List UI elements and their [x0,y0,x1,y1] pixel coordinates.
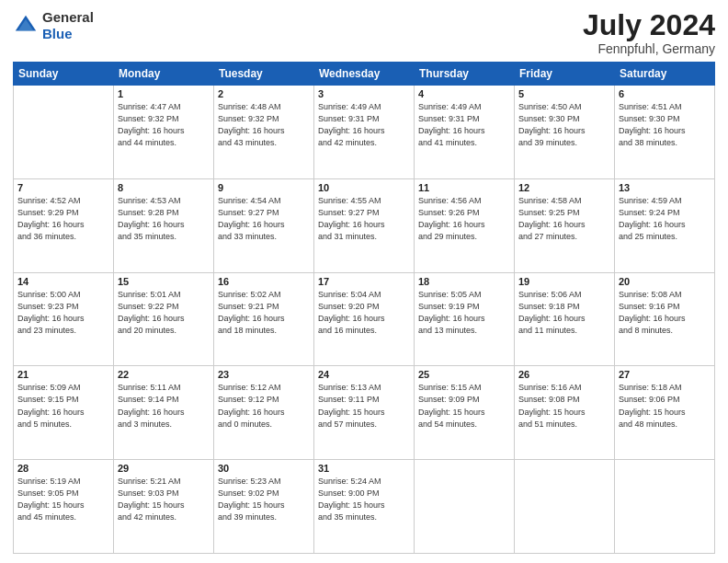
day-number: 24 [318,369,410,380]
day-number: 11 [418,182,510,193]
calendar-cell: 23Sunrise: 5:12 AMSunset: 9:12 PMDayligh… [214,366,314,460]
calendar-header-row: SundayMondayTuesdayWednesdayThursdayFrid… [14,63,715,86]
day-number: 31 [318,463,410,474]
day-number: 27 [619,369,711,380]
day-info: Sunrise: 5:00 AMSunset: 9:23 PMDaylight:… [17,289,109,337]
calendar-cell: 19Sunrise: 5:06 AMSunset: 9:18 PMDayligh… [515,272,615,366]
day-number: 29 [118,463,210,474]
calendar-cell: 3Sunrise: 4:49 AMSunset: 9:31 PMDaylight… [314,86,415,179]
day-of-week-header: Thursday [415,63,515,86]
calendar-table: SundayMondayTuesdayWednesdayThursdayFrid… [13,62,715,554]
day-info: Sunrise: 5:19 AMSunset: 9:05 PMDaylight:… [17,476,109,523]
calendar-cell: 10Sunrise: 4:55 AMSunset: 9:27 PMDayligh… [314,178,415,272]
calendar-cell: 18Sunrise: 5:05 AMSunset: 9:19 PMDayligh… [415,272,515,366]
day-info: Sunrise: 5:12 AMSunset: 9:12 PMDaylight:… [218,382,310,430]
calendar-cell: 8Sunrise: 4:53 AMSunset: 9:28 PMDaylight… [114,178,214,272]
calendar-cell [615,460,715,554]
logo: General Blue [13,9,94,42]
day-info: Sunrise: 5:23 AMSunset: 9:02 PMDaylight:… [218,476,310,523]
day-info: Sunrise: 5:11 AMSunset: 9:14 PMDaylight:… [118,382,210,430]
day-number: 25 [418,369,510,380]
calendar-cell: 29Sunrise: 5:21 AMSunset: 9:03 PMDayligh… [114,460,214,554]
day-info: Sunrise: 4:47 AMSunset: 9:32 PMDaylight:… [118,101,210,149]
logo-text: General Blue [42,9,94,42]
week-row: 28Sunrise: 5:19 AMSunset: 9:05 PMDayligh… [14,460,715,554]
day-info: Sunrise: 5:16 AMSunset: 9:08 PMDaylight:… [518,382,610,430]
calendar-cell: 27Sunrise: 5:18 AMSunset: 9:06 PMDayligh… [615,366,715,460]
day-number: 16 [218,276,310,287]
day-number: 28 [17,463,109,474]
day-of-week-header: Tuesday [214,63,314,86]
calendar-cell: 13Sunrise: 4:59 AMSunset: 9:24 PMDayligh… [615,178,715,272]
day-of-week-header: Monday [114,63,214,86]
calendar-cell: 26Sunrise: 5:16 AMSunset: 9:08 PMDayligh… [515,366,615,460]
day-info: Sunrise: 4:58 AMSunset: 9:25 PMDaylight:… [518,195,610,243]
day-info: Sunrise: 4:49 AMSunset: 9:31 PMDaylight:… [418,101,510,149]
day-number: 19 [518,276,610,287]
day-of-week-header: Wednesday [314,63,415,86]
calendar-cell: 6Sunrise: 4:51 AMSunset: 9:30 PMDaylight… [615,86,715,179]
week-row: 7Sunrise: 4:52 AMSunset: 9:29 PMDaylight… [14,178,715,272]
calendar-cell [14,86,114,179]
day-info: Sunrise: 4:50 AMSunset: 9:30 PMDaylight:… [518,101,610,149]
day-number: 20 [619,276,711,287]
day-number: 4 [418,88,510,99]
day-info: Sunrise: 4:55 AMSunset: 9:27 PMDaylight:… [318,195,410,243]
day-number: 17 [318,276,410,287]
day-info: Sunrise: 5:06 AMSunset: 9:18 PMDaylight:… [518,289,610,337]
location: Fennpfuhl, Germany [583,41,715,56]
day-info: Sunrise: 5:01 AMSunset: 9:22 PMDaylight:… [118,289,210,337]
day-info: Sunrise: 5:21 AMSunset: 9:03 PMDaylight:… [118,476,210,523]
day-number: 13 [619,182,711,193]
day-info: Sunrise: 5:24 AMSunset: 9:00 PMDaylight:… [318,476,410,523]
day-number: 22 [118,369,210,380]
calendar-cell: 24Sunrise: 5:13 AMSunset: 9:11 PMDayligh… [314,366,415,460]
day-info: Sunrise: 5:05 AMSunset: 9:19 PMDaylight:… [418,289,510,337]
day-number: 23 [218,369,310,380]
day-number: 30 [218,463,310,474]
day-info: Sunrise: 4:59 AMSunset: 9:24 PMDaylight:… [619,195,711,243]
day-number: 8 [118,182,210,193]
day-number: 18 [418,276,510,287]
day-of-week-header: Saturday [615,63,715,86]
calendar-cell: 20Sunrise: 5:08 AMSunset: 9:16 PMDayligh… [615,272,715,366]
week-row: 21Sunrise: 5:09 AMSunset: 9:15 PMDayligh… [14,366,715,460]
day-info: Sunrise: 5:18 AMSunset: 9:06 PMDaylight:… [619,382,711,430]
day-of-week-header: Friday [515,63,615,86]
day-info: Sunrise: 5:02 AMSunset: 9:21 PMDaylight:… [218,289,310,337]
page: General Blue July 2024 Fennpfuhl, German… [0,0,728,563]
calendar-cell: 22Sunrise: 5:11 AMSunset: 9:14 PMDayligh… [114,366,214,460]
calendar-cell: 15Sunrise: 5:01 AMSunset: 9:22 PMDayligh… [114,272,214,366]
logo-blue: Blue [42,26,73,41]
calendar-cell [415,460,515,554]
day-number: 2 [218,88,310,99]
calendar-cell [515,460,615,554]
header: General Blue July 2024 Fennpfuhl, German… [13,9,715,56]
day-of-week-header: Sunday [14,63,114,86]
day-info: Sunrise: 4:52 AMSunset: 9:29 PMDaylight:… [17,195,109,243]
calendar-cell: 1Sunrise: 4:47 AMSunset: 9:32 PMDaylight… [114,86,214,179]
calendar-cell: 30Sunrise: 5:23 AMSunset: 9:02 PMDayligh… [214,460,314,554]
day-info: Sunrise: 5:08 AMSunset: 9:16 PMDaylight:… [619,289,711,337]
day-info: Sunrise: 4:48 AMSunset: 9:32 PMDaylight:… [218,101,310,149]
day-number: 6 [619,88,711,99]
day-number: 10 [318,182,410,193]
day-number: 21 [17,369,109,380]
calendar-cell: 9Sunrise: 4:54 AMSunset: 9:27 PMDaylight… [214,178,314,272]
day-info: Sunrise: 5:04 AMSunset: 9:20 PMDaylight:… [318,289,410,337]
day-number: 5 [518,88,610,99]
week-row: 1Sunrise: 4:47 AMSunset: 9:32 PMDaylight… [14,86,715,179]
day-number: 12 [518,182,610,193]
day-info: Sunrise: 4:51 AMSunset: 9:30 PMDaylight:… [619,101,711,149]
day-number: 9 [218,182,310,193]
month-year: July 2024 [583,9,715,41]
calendar-cell: 5Sunrise: 4:50 AMSunset: 9:30 PMDaylight… [515,86,615,179]
day-info: Sunrise: 4:49 AMSunset: 9:31 PMDaylight:… [318,101,410,149]
calendar-cell: 14Sunrise: 5:00 AMSunset: 9:23 PMDayligh… [14,272,114,366]
calendar-cell: 12Sunrise: 4:58 AMSunset: 9:25 PMDayligh… [515,178,615,272]
calendar-cell: 28Sunrise: 5:19 AMSunset: 9:05 PMDayligh… [14,460,114,554]
logo-general: General [42,9,94,25]
day-info: Sunrise: 4:54 AMSunset: 9:27 PMDaylight:… [218,195,310,243]
day-info: Sunrise: 4:53 AMSunset: 9:28 PMDaylight:… [118,195,210,243]
day-number: 7 [17,182,109,193]
